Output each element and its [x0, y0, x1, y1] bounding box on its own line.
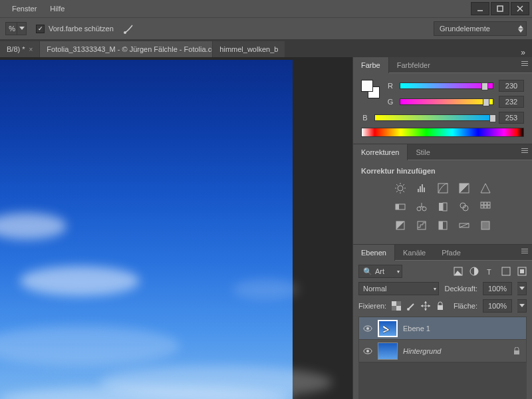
svg-line-15: [403, 184, 404, 186]
layer-item-0[interactable]: Ebene 1: [359, 317, 526, 340]
lock-position-icon[interactable]: [421, 301, 430, 311]
filter-shape-icon[interactable]: [501, 267, 511, 276]
tab-farbe[interactable]: Farbe: [353, 57, 389, 73]
r-slider[interactable]: [400, 82, 493, 89]
photo-filter-icon[interactable]: [457, 200, 471, 213]
close-icon[interactable]: ×: [29, 46, 33, 53]
fill-label: Fläche:: [454, 302, 477, 310]
tab-korrekturen[interactable]: Korrekturen: [353, 144, 408, 160]
doc-tab-0[interactable]: B/8) *×: [0, 41, 40, 57]
svg-rect-39: [487, 205, 490, 208]
threshold-icon[interactable]: [436, 219, 450, 232]
svg-marker-66: [428, 305, 430, 307]
svg-rect-57: [396, 306, 401, 311]
svg-marker-23: [481, 184, 490, 193]
hue-icon[interactable]: [393, 200, 408, 213]
tab-stile[interactable]: Stile: [408, 144, 438, 160]
brightness-icon[interactable]: [393, 182, 408, 195]
svg-rect-25: [396, 204, 399, 209]
menu-hilfe[interactable]: Hilfe: [43, 2, 71, 15]
lock-label: Fixieren:: [358, 302, 386, 310]
svg-rect-30: [439, 203, 443, 211]
svg-point-73: [366, 350, 369, 352]
svg-rect-56: [392, 301, 396, 306]
svg-rect-18: [420, 186, 421, 192]
fill-dropdown[interactable]: [517, 299, 527, 313]
svg-marker-64: [424, 309, 427, 311]
invert-icon[interactable]: [393, 219, 408, 232]
lock-pixels-icon[interactable]: [406, 301, 416, 311]
workspace-selector[interactable]: Grundelemente: [434, 21, 527, 36]
lock-icon: [513, 347, 522, 355]
posterize-icon[interactable]: [414, 219, 429, 232]
tab-farbfelder[interactable]: Farbfelder: [389, 57, 438, 73]
minimize-button[interactable]: [471, 2, 489, 15]
svg-marker-68: [519, 304, 525, 307]
bw-icon[interactable]: [436, 200, 450, 213]
gradient-map-icon[interactable]: [457, 219, 471, 232]
g-value[interactable]: 232: [499, 96, 524, 108]
visibility-icon[interactable]: [363, 324, 372, 333]
maximize-button[interactable]: [491, 2, 509, 15]
svg-rect-52: [502, 267, 510, 275]
filter-image-icon[interactable]: [454, 267, 463, 276]
vibrance-icon[interactable]: [478, 182, 493, 195]
color-spectrum[interactable]: [361, 128, 524, 137]
svg-rect-67: [438, 305, 443, 310]
svg-line-13: [396, 184, 398, 186]
r-value[interactable]: 230: [499, 80, 524, 92]
panel-menu-icon[interactable]: [521, 148, 528, 153]
tab-pfade[interactable]: Pfade: [434, 245, 469, 261]
opacity-value[interactable]: 100%: [483, 282, 512, 295]
curves-icon[interactable]: [436, 182, 450, 195]
filter-adjustment-icon[interactable]: [469, 267, 479, 276]
lock-all-icon[interactable]: [436, 301, 445, 311]
color-balance-icon[interactable]: [414, 200, 429, 213]
tab-kanaele[interactable]: Kanäle: [395, 245, 434, 261]
menu-bar: Fenster Hilfe: [0, 0, 532, 17]
selective-color-icon[interactable]: [478, 219, 493, 232]
filter-smart-icon[interactable]: [517, 267, 527, 276]
exposure-icon[interactable]: [457, 182, 471, 195]
g-slider[interactable]: [400, 98, 493, 105]
layer-thumbnail[interactable]: [378, 342, 398, 360]
filter-type-icon[interactable]: T: [485, 267, 495, 276]
doc-tab-1[interactable]: Fotolia_31333343_M - © Jürgen Fälchle - …: [40, 41, 213, 57]
doc-tab-2[interactable]: himmel_wolken_b: [213, 41, 285, 57]
opacity-dropdown[interactable]: [17, 22, 27, 35]
layer-item-1[interactable]: Hintergrund: [359, 340, 526, 362]
layer-name: Ebene 1: [403, 325, 522, 332]
svg-point-70: [366, 327, 369, 330]
tab-overflow-button[interactable]: »: [514, 48, 532, 57]
adjustments-panel: Korrekturen Stile Korrektur hinzufügen: [353, 144, 532, 245]
fill-value[interactable]: 100%: [483, 299, 512, 313]
close-button[interactable]: [511, 2, 529, 15]
opacity-field[interactable]: %: [5, 22, 17, 35]
canvas-area[interactable]: [0, 57, 352, 399]
foreground-swatch[interactable]: [361, 80, 373, 92]
channel-mixer-icon[interactable]: [478, 200, 493, 213]
levels-icon[interactable]: [414, 182, 429, 195]
visibility-icon[interactable]: [363, 346, 372, 356]
color-swatches[interactable]: [361, 80, 380, 98]
menu-fenster[interactable]: Fenster: [5, 2, 43, 15]
panel-menu-icon[interactable]: [521, 61, 528, 66]
svg-rect-17: [418, 189, 419, 192]
svg-rect-19: [422, 184, 423, 192]
color-panel: Farbe Farbfelder R 230 G 232: [353, 57, 532, 144]
tab-ebenen[interactable]: Ebenen: [353, 245, 395, 261]
svg-point-8: [398, 186, 403, 191]
opacity-dropdown[interactable]: [517, 282, 527, 295]
lock-transparent-icon[interactable]: [392, 301, 401, 311]
blend-mode-select[interactable]: Normal▾: [358, 282, 439, 295]
svg-rect-47: [481, 221, 489, 229]
protect-fg-checkbox[interactable]: ✓ Vord.farbe schützen: [36, 25, 114, 33]
layer-filter-select[interactable]: 🔍Art ▾: [358, 265, 402, 278]
layer-thumbnail[interactable]: [378, 320, 398, 337]
b-value[interactable]: 253: [499, 112, 524, 124]
b-slider[interactable]: [374, 114, 493, 121]
svg-point-26: [417, 207, 421, 211]
svg-point-27: [422, 207, 426, 211]
brush-icon[interactable]: [123, 23, 135, 35]
panel-menu-icon[interactable]: [521, 249, 528, 253]
